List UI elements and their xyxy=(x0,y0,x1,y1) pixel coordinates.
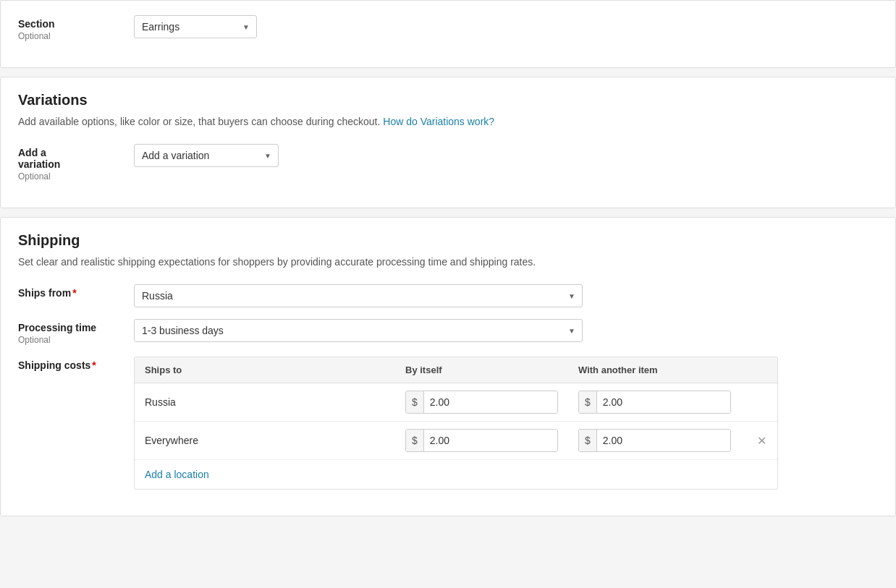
section-select[interactable]: Earrings Necklaces Bracelets Rings xyxy=(134,15,257,38)
everywhere-by-itself-input[interactable]: $ xyxy=(405,429,558,452)
variations-desc-text: Add available options, like color or siz… xyxy=(18,116,380,127)
col-ships-to: Ships to xyxy=(135,357,395,383)
delete-everywhere-button[interactable]: ✕ xyxy=(751,431,772,451)
ships-from-label-title: Ships from* xyxy=(18,287,134,299)
add-location-link[interactable]: Add a location xyxy=(145,469,209,480)
russia-by-itself-cell: $ xyxy=(395,383,568,421)
section-select-wrapper[interactable]: Earrings Necklaces Bracelets Rings ▼ xyxy=(134,15,257,38)
processing-time-row: Processing time Optional 1-3 business da… xyxy=(18,319,878,345)
shipping-title: Shipping xyxy=(18,232,878,249)
ships-from-row: Ships from* Russia United States United … xyxy=(18,284,878,307)
russia-actions-cell xyxy=(741,395,777,409)
everywhere-with-another-input[interactable]: $ xyxy=(578,429,731,452)
variations-help-link[interactable]: How do Variations work? xyxy=(383,116,494,127)
section-field-row: Section Optional Earrings Necklaces Brac… xyxy=(18,15,878,41)
ships-to-russia: Russia xyxy=(135,389,395,415)
everywhere-with-another-cell: $ xyxy=(568,422,741,459)
table-row: Everywhere $ $ xyxy=(135,422,777,460)
section-control: Earrings Necklaces Bracelets Rings ▼ xyxy=(134,15,878,38)
variations-title: Variations xyxy=(18,92,878,108)
shipping-description: Set clear and realistic shipping expecta… xyxy=(18,255,878,270)
ships-from-select-wrapper[interactable]: Russia United States United Kingdom ▼ xyxy=(134,284,583,307)
everywhere-actions-cell: ✕ xyxy=(741,424,777,458)
shipping-costs-required: * xyxy=(92,359,96,371)
everywhere-with-another-prefix: $ xyxy=(579,430,597,451)
ships-from-select[interactable]: Russia United States United Kingdom xyxy=(134,284,583,307)
variation-select-wrapper[interactable]: Add a variation Color Size Material ▼ xyxy=(134,144,279,167)
shipping-costs-control: Ships to By itself With another item Rus… xyxy=(134,357,878,490)
processing-time-select-wrapper[interactable]: 1-3 business days 1-5 business days 3-5 … xyxy=(134,319,583,342)
variation-label: Add a variation Optional xyxy=(18,144,134,182)
russia-with-another-input[interactable]: $ xyxy=(578,391,731,414)
everywhere-by-itself-field[interactable] xyxy=(424,430,557,451)
shipping-table-header: Ships to By itself With another item xyxy=(135,357,777,383)
everywhere-by-itself-cell: $ xyxy=(395,422,568,459)
shipping-costs-label-title: Shipping costs* xyxy=(18,359,134,371)
ships-to-everywhere: Everywhere xyxy=(135,427,395,453)
variations-description: Add available options, like color or siz… xyxy=(18,114,878,129)
ships-from-required: * xyxy=(72,287,76,299)
section-label-title: Section xyxy=(18,18,134,30)
processing-time-optional: Optional xyxy=(18,335,134,345)
variations-card: Variations Add available options, like c… xyxy=(0,77,896,208)
russia-with-another-field[interactable] xyxy=(597,391,730,413)
processing-time-control: 1-3 business days 1-5 business days 3-5 … xyxy=(134,319,878,342)
col-with-another: With another item xyxy=(568,357,741,383)
russia-by-itself-field[interactable] xyxy=(424,391,557,413)
variation-select[interactable]: Add a variation Color Size Material xyxy=(134,144,279,167)
processing-time-select[interactable]: 1-3 business days 1-5 business days 3-5 … xyxy=(134,319,583,342)
ships-from-label: Ships from* xyxy=(18,284,134,299)
everywhere-with-another-field[interactable] xyxy=(597,430,730,451)
russia-with-another-cell: $ xyxy=(568,383,741,421)
processing-time-label: Processing time Optional xyxy=(18,319,134,345)
everywhere-by-itself-prefix: $ xyxy=(406,430,424,451)
shipping-card: Shipping Set clear and realistic shippin… xyxy=(0,217,896,516)
section-label: Section Optional xyxy=(18,15,134,41)
variations-field-row: Add a variation Optional Add a variation… xyxy=(18,144,878,182)
col-actions xyxy=(741,357,777,383)
table-row: Russia $ $ xyxy=(135,383,777,422)
page-wrapper: Section Optional Earrings Necklaces Brac… xyxy=(0,0,896,516)
shipping-costs-row: Shipping costs* Ships to By itself With … xyxy=(18,357,878,490)
shipping-costs-label: Shipping costs* xyxy=(18,357,134,371)
russia-by-itself-prefix: $ xyxy=(406,391,424,413)
section-label-optional: Optional xyxy=(18,31,134,41)
russia-by-itself-input[interactable]: $ xyxy=(405,391,558,414)
add-location-row: Add a location xyxy=(135,460,777,489)
section-card: Section Optional Earrings Necklaces Brac… xyxy=(0,0,896,68)
variation-control: Add a variation Color Size Material ▼ xyxy=(134,144,878,167)
col-by-itself: By itself xyxy=(395,357,568,383)
processing-time-label-title: Processing time xyxy=(18,322,134,333)
shipping-table: Ships to By itself With another item Rus… xyxy=(134,357,778,490)
russia-with-another-prefix: $ xyxy=(579,391,597,413)
variation-label-optional: Optional xyxy=(18,171,134,182)
ships-from-control: Russia United States United Kingdom ▼ xyxy=(134,284,878,307)
variation-label-title: Add a variation xyxy=(18,147,134,170)
